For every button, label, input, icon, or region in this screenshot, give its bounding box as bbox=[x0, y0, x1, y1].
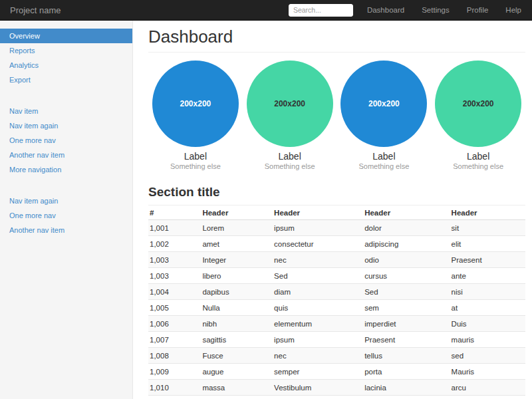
table-cell: Sed bbox=[273, 268, 363, 284]
table-cell: imperdiet bbox=[363, 316, 450, 332]
sidebar-item-label[interactable]: More navigation bbox=[0, 162, 132, 177]
table-cell: adipiscing bbox=[363, 236, 450, 252]
sidebar-item-one-more-nav[interactable]: One more nav bbox=[0, 133, 132, 148]
table-cell: elementum bbox=[273, 316, 363, 332]
sidebar-item-label[interactable]: Another nav item bbox=[0, 148, 132, 162]
table-cell: Integer bbox=[201, 252, 273, 268]
sidebar-item-export[interactable]: Export bbox=[0, 72, 132, 87]
table-cell: elit bbox=[450, 236, 525, 252]
table-cell: 1,004 bbox=[148, 284, 201, 300]
brand[interactable]: Project name bbox=[10, 5, 61, 15]
table-cell: 1,009 bbox=[148, 364, 201, 380]
table-cell: porta bbox=[363, 364, 450, 380]
sidebar-item-label[interactable]: Nav item again bbox=[0, 194, 132, 208]
sidebar-item-label[interactable]: Overview bbox=[0, 29, 132, 43]
table-cell: dolor bbox=[363, 220, 450, 236]
table-cell: tellus bbox=[363, 348, 450, 364]
sidebar-item-reports[interactable]: Reports bbox=[0, 43, 132, 58]
sidebar-item-label[interactable]: Nav item bbox=[0, 104, 132, 118]
table-cell: 1,003 bbox=[148, 268, 201, 284]
table-cell: semper bbox=[273, 364, 363, 380]
table-header: # Header Header Header Header bbox=[148, 205, 525, 220]
sidebar-item-label[interactable]: One more nav bbox=[0, 133, 132, 148]
table-cell: diam bbox=[273, 284, 363, 300]
table-cell: Class bbox=[363, 396, 450, 399]
page-body: OverviewReportsAnalyticsExportNav itemNa… bbox=[0, 21, 532, 399]
table-row: 1,010massaVestibulumlaciniaarcu bbox=[148, 380, 525, 396]
placeholder-sublabel: Something else bbox=[337, 162, 432, 170]
table-cell: Nulla bbox=[201, 300, 273, 316]
sidebar-item-label[interactable]: Analytics bbox=[0, 58, 132, 72]
table-row: 1,006nibhelementumimperdietDuis bbox=[148, 316, 525, 332]
table-cell: ipsum bbox=[273, 332, 363, 348]
table-row: 1,002ametconsecteturadipiscingelit bbox=[148, 236, 525, 252]
sidebar-item-one-more-nav[interactable]: One more nav bbox=[0, 208, 132, 223]
placeholder-circle-image: 200x200 bbox=[435, 61, 521, 147]
sidebar-item-label[interactable]: Nav item again bbox=[0, 118, 132, 133]
sidebar-item-nav-item-again[interactable]: Nav item again bbox=[0, 194, 132, 208]
nav-settings[interactable]: Settings bbox=[413, 6, 458, 14]
placeholder-column: 200x200 Label Something else bbox=[243, 61, 337, 170]
table-cell: odio bbox=[363, 252, 450, 268]
table-cell: sem bbox=[363, 300, 450, 316]
placeholder-circles-row: 200x200 Label Something else 200x200 Lab… bbox=[148, 61, 525, 170]
table-cell: 1,011 bbox=[148, 396, 201, 399]
table-cell: Duis bbox=[450, 316, 525, 332]
sidebar-item-analytics[interactable]: Analytics bbox=[0, 58, 132, 72]
table-cell: Vestibulum bbox=[273, 380, 363, 396]
table-cell: Lorem bbox=[201, 220, 273, 236]
search-input[interactable] bbox=[289, 4, 353, 17]
table-cell: 1,006 bbox=[148, 316, 201, 332]
sidebar-item-label[interactable]: Export bbox=[0, 72, 132, 87]
table-cell: 1,001 bbox=[148, 220, 201, 236]
table-cell: consectetur bbox=[273, 236, 363, 252]
placeholder-circle-image: 200x200 bbox=[247, 61, 333, 147]
sidebar-item-nav-item-again[interactable]: Nav item again bbox=[0, 118, 132, 133]
nav-profile[interactable]: Profile bbox=[458, 6, 497, 14]
table-cell: libero bbox=[201, 268, 273, 284]
page-title: Dashboard bbox=[148, 27, 525, 53]
sidebar-nav-group: Nav itemNav item againOne more navAnothe… bbox=[0, 104, 132, 177]
section-title: Section title bbox=[148, 185, 525, 205]
sidebar-item-label[interactable]: One more nav bbox=[0, 208, 132, 223]
table-cell: mauris bbox=[450, 332, 525, 348]
table-cell: amet bbox=[201, 236, 273, 252]
nav-help[interactable]: Help bbox=[497, 6, 523, 14]
table-cell: aptent bbox=[450, 396, 525, 399]
placeholder-circle-image: 200x200 bbox=[152, 61, 239, 147]
placeholder-column: 200x200 Label Something else bbox=[148, 61, 243, 170]
table-cell: ipsum bbox=[273, 220, 363, 236]
sidebar-item-label[interactable]: Another nav item bbox=[0, 223, 132, 237]
data-table: # Header Header Header Header 1,001Lorem… bbox=[148, 205, 525, 399]
sidebar-item-label[interactable]: Reports bbox=[0, 43, 132, 58]
table-cell: at bbox=[450, 300, 525, 316]
table-cell: sagittis bbox=[201, 332, 273, 348]
placeholder-sublabel: Something else bbox=[148, 162, 243, 170]
placeholder-column: 200x200 Label Something else bbox=[337, 61, 432, 170]
table-cell: Sed bbox=[363, 284, 450, 300]
table-cell: augue bbox=[201, 364, 273, 380]
table-cell: 1,010 bbox=[148, 380, 201, 396]
table-cell: 1,005 bbox=[148, 300, 201, 316]
table-cell: Mauris bbox=[450, 364, 525, 380]
table-header-cell: Header bbox=[363, 205, 450, 220]
sidebar-item-overview[interactable]: Overview bbox=[0, 29, 132, 43]
table-cell: arcu bbox=[450, 380, 525, 396]
placeholder-label: Label bbox=[431, 151, 525, 162]
sidebar-item-nav-item[interactable]: Nav item bbox=[0, 104, 132, 118]
table-header-cell: Header bbox=[201, 205, 273, 220]
sidebar-item-another-nav-item[interactable]: Another nav item bbox=[0, 223, 132, 237]
table-cell: eget bbox=[201, 396, 273, 399]
sidebar-item-another-nav-item[interactable]: Another nav item bbox=[0, 148, 132, 162]
table-header-cell: Header bbox=[450, 205, 525, 220]
sidebar-nav-group: OverviewReportsAnalyticsExport bbox=[0, 29, 132, 87]
placeholder-sublabel: Something else bbox=[243, 162, 337, 170]
table-cell: 1,008 bbox=[148, 348, 201, 364]
nav-dashboard[interactable]: Dashboard bbox=[358, 6, 413, 14]
table-cell: nec bbox=[273, 348, 363, 364]
sidebar: OverviewReportsAnalyticsExportNav itemNa… bbox=[0, 21, 133, 399]
placeholder-circle-image: 200x200 bbox=[340, 61, 427, 147]
table-row: 1,009auguesemperportaMauris bbox=[148, 364, 525, 380]
table-cell: nec bbox=[273, 252, 363, 268]
sidebar-item-more-navigation[interactable]: More navigation bbox=[0, 162, 132, 177]
